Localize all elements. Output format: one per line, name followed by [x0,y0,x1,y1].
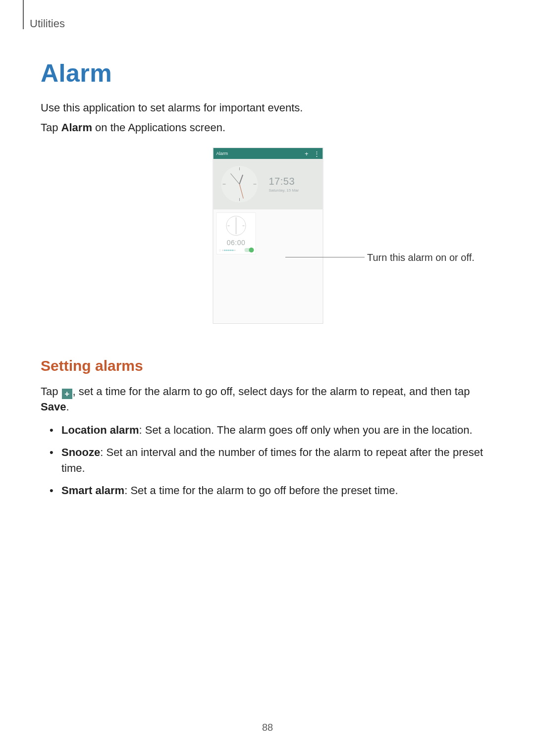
clock-panel: 17:53 Saturday, 15 Mar [214,159,323,209]
alarm-card[interactable]: 06:00 ◻ [216,212,256,254]
callout-label: Turn this alarm on or off. [367,252,475,263]
alarm-day-dots [222,250,236,251]
digital-date: Saturday, 15 Mar [269,188,299,193]
callout-leader-line [285,257,365,257]
alarm-clock-icon [226,216,246,236]
page-number: 88 [262,722,273,733]
alarm-repeat-indicator: ◻ [219,249,221,252]
section-header: Utilities [30,17,495,30]
menu-icon[interactable]: ⋮ [314,150,320,157]
bullet-bold: Location alarm [61,424,139,436]
bullet-text: : Set a time for the alarm to go off bef… [124,484,398,497]
alarm-time: 06:00 [217,239,256,247]
intro-line-1: Use this application to set alarms for i… [41,101,495,115]
setting-tail: . [66,401,69,413]
feature-list: Location alarm: Set a location. The alar… [41,422,495,498]
list-item: Smart alarm: Set a time for the alarm to… [54,483,495,498]
add-alarm-icon[interactable]: + [305,150,309,157]
intro-line-2-pre: Tap [41,121,61,134]
section-subtitle: Setting alarms [41,357,495,374]
plus-icon: + [62,389,72,399]
margin-rule [23,0,24,29]
list-item: Snooze: Set an interval and the number o… [54,445,495,475]
app-screenshot-figure: Alarm + ⋮ 17:53 Saturday, 15 Mar [41,148,495,336]
app-header: Alarm + ⋮ [214,148,323,159]
phone-frame: Alarm + ⋮ 17:53 Saturday, 15 Mar [213,148,323,324]
page-title: Alarm [41,59,495,88]
digital-clock: 17:53 Saturday, 15 Mar [269,176,299,193]
setting-bold-end: Save [41,401,66,413]
setting-pre: Tap [41,385,61,398]
alarm-toggle[interactable] [245,248,254,252]
app-header-title: Alarm [216,151,228,156]
bullet-text: : Set an interval and the number of time… [61,446,483,474]
analog-clock [221,166,258,202]
intro-line-2-bold: Alarm [61,121,92,134]
setting-post-icon: , set a time for the alarm to go off, se… [73,385,470,398]
bullet-bold: Snooze [61,446,100,458]
bullet-text: : Set a location. The alarm goes off onl… [139,424,472,436]
digital-time: 17:53 [269,176,299,187]
intro-line-2-post: on the Applications screen. [92,121,225,134]
bullet-bold: Smart alarm [61,484,124,497]
intro-line-2: Tap Alarm on the Applications screen. [41,120,495,135]
setting-alarms-intro: Tap +, set a time for the alarm to go of… [41,384,495,414]
list-item: Location alarm: Set a location. The alar… [54,422,495,438]
